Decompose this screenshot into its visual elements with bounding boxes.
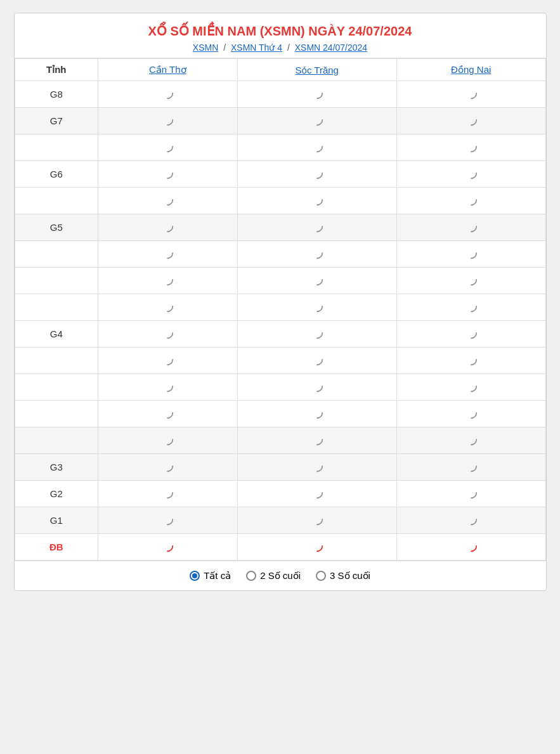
svg-point-1 <box>312 88 323 99</box>
cell-g4-7-st <box>237 401 396 427</box>
svg-point-24 <box>162 301 173 312</box>
svg-point-14 <box>466 195 476 205</box>
cell-g2-st <box>237 481 396 507</box>
label-g4-empty6 <box>15 374 98 401</box>
table-row-g3-1 <box>15 427 545 454</box>
svg-point-49 <box>312 514 323 525</box>
breadcrumb-xsmn-thu4[interactable]: XSMN Thứ 4 <box>231 42 282 53</box>
label-g3: G3 <box>15 454 98 481</box>
cell-g4-1-dn <box>396 241 545 268</box>
cell-g4-7-ct <box>98 401 238 427</box>
cell-g4-5-dn <box>396 348 545 374</box>
breadcrumb-xsmn[interactable]: XSMN <box>193 42 218 53</box>
svg-point-36 <box>162 408 173 419</box>
svg-point-0 <box>162 88 173 99</box>
cell-g4-4-ct <box>98 321 238 348</box>
cell-g3-1-st <box>237 427 396 454</box>
spinner-g5-st <box>310 219 324 233</box>
breadcrumb: XSMN / XSMN Thứ 4 / XSMN 24/07/2024 <box>21 42 540 53</box>
cell-g2-dn <box>396 481 545 507</box>
table-row-g4-1 <box>15 241 545 268</box>
table-row-g4-2 <box>15 268 545 294</box>
cell-g6-3-soctrang <box>237 188 396 214</box>
col-soctrang-header[interactable]: Sóc Trăng <box>237 59 396 81</box>
svg-point-21 <box>162 275 173 285</box>
radio-2-so-cuoi[interactable]: 2 Số cuối <box>246 570 301 582</box>
table-row-g1: G1 <box>15 507 545 534</box>
cell-g8-cantho <box>98 81 238 108</box>
svg-point-8 <box>466 141 476 152</box>
svg-point-17 <box>466 221 476 232</box>
svg-point-26 <box>466 301 476 312</box>
breadcrumb-xsmn-date[interactable]: XSMN 24/07/2024 <box>295 42 367 53</box>
svg-point-5 <box>466 115 476 126</box>
page-header: XỔ SỐ MIỀN NAM (XSMN) NGÀY 24/07/2024 XS… <box>15 13 546 58</box>
label-g2: G2 <box>15 481 98 507</box>
svg-point-23 <box>466 275 476 285</box>
cell-g5-dongnai <box>396 214 545 241</box>
svg-point-42 <box>162 461 173 472</box>
cell-g6-1-dongnai <box>396 134 545 161</box>
svg-point-38 <box>466 408 476 419</box>
svg-point-31 <box>312 354 323 365</box>
spinner-g5-dn <box>464 219 478 233</box>
table-row-g4-7 <box>15 401 545 427</box>
col-cantho-header[interactable]: Cần Thơ <box>98 59 238 81</box>
cell-g6-1-cantho <box>98 134 238 161</box>
svg-point-27 <box>162 328 173 339</box>
col-tinh-header: Tỉnh <box>15 59 98 81</box>
spinner-g7-dn <box>464 113 478 127</box>
cell-g4-2-dn <box>396 268 545 294</box>
table-row-g2: G2 <box>15 481 545 507</box>
svg-point-7 <box>312 141 323 152</box>
radio-label-2-so: 2 Số cuối <box>260 570 301 582</box>
cell-g1-st <box>237 507 396 534</box>
cell-g4-1-ct <box>98 241 238 268</box>
label-db: ĐB <box>15 534 98 561</box>
cell-g7-soctrang <box>237 108 396 134</box>
cell-g4-4-dn <box>396 321 545 348</box>
svg-point-53 <box>466 541 476 552</box>
label-g7: G7 <box>15 108 98 134</box>
cell-g4-2-st <box>237 268 396 294</box>
label-g5: G5 <box>15 214 98 241</box>
radio-3-so-cuoi[interactable]: 3 Số cuối <box>316 570 370 582</box>
svg-point-13 <box>312 195 323 205</box>
table-row-g5: G5 <box>15 214 545 241</box>
svg-point-50 <box>466 514 476 525</box>
svg-point-28 <box>312 328 323 339</box>
spinner-g6-1-ct <box>160 140 174 153</box>
label-g6-empty3 <box>15 188 98 214</box>
spinner-g6-3-st <box>310 193 324 207</box>
table-row-g3-2: G3 <box>15 454 545 481</box>
page-title: XỔ SỐ MIỀN NAM (XSMN) NGÀY 24/07/2024 <box>21 23 540 39</box>
col-dongnai-header[interactable]: Đồng Nai <box>396 59 545 81</box>
cell-g3-1-dn <box>396 427 545 454</box>
spinner-g6-3-ct <box>160 193 174 207</box>
cell-db-dn <box>396 534 545 561</box>
breadcrumb-sep1: / <box>223 42 228 53</box>
cell-db-ct <box>98 534 238 561</box>
table-row-g6-3 <box>15 188 545 214</box>
table-row-g4-5 <box>15 348 545 374</box>
spinner-g6-1-dn <box>464 140 478 153</box>
label-g4-empty2 <box>15 268 98 294</box>
table-row-g8: G8 <box>15 81 545 108</box>
radio-label-3-so: 3 Số cuối <box>330 570 370 582</box>
cell-g4-2-ct <box>98 268 238 294</box>
radio-tat-ca[interactable]: Tất cả <box>190 570 231 582</box>
spinner-g6-3-dn <box>464 193 478 207</box>
label-g4-empty1 <box>15 241 98 268</box>
cell-g4-6-st <box>237 374 396 401</box>
cell-g4-3-dn <box>396 294 545 321</box>
svg-point-32 <box>466 354 476 365</box>
spinner-g5-ct <box>160 219 174 233</box>
svg-point-44 <box>466 461 476 472</box>
spinner-g7-st <box>310 113 324 127</box>
cell-g7-cantho <box>98 108 238 134</box>
svg-point-37 <box>312 408 323 419</box>
table-row-g4-3 <box>15 294 545 321</box>
label-g4-empty5 <box>15 348 98 374</box>
radio-circle-tat-ca <box>190 571 200 581</box>
svg-point-45 <box>162 488 173 498</box>
